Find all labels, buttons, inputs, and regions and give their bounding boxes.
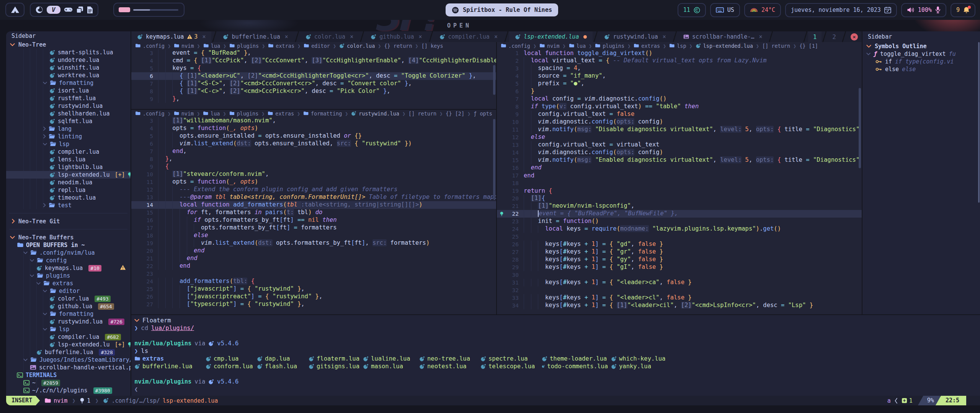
tree-item[interactable]: compiler.lua#682 bbox=[6, 333, 131, 341]
weather-widget[interactable]: 24°C bbox=[744, 3, 781, 17]
windows-icon[interactable] bbox=[76, 6, 83, 13]
tree-item[interactable]: lsp bbox=[6, 140, 131, 148]
tree-item[interactable]: .config/nvim/lua bbox=[6, 249, 131, 257]
tab-compiler-lua[interactable]: compiler.lua× bbox=[434, 31, 503, 42]
editor-pane-color-lua[interactable]: .config❯nvim❯lua❯plugins❯extras❯editor❯c… bbox=[131, 42, 496, 110]
tree-item[interactable]: timeout.lua bbox=[6, 194, 131, 202]
gamepad-icon[interactable] bbox=[64, 7, 73, 13]
outline-item[interactable]: elseelse bbox=[862, 65, 980, 73]
tree-item[interactable]: bufferline.lua#328 bbox=[6, 348, 131, 356]
tree-item[interactable]: rustywind.lua bbox=[6, 102, 131, 110]
document-icon[interactable] bbox=[87, 6, 93, 14]
tree-item[interactable]: lsp-extended.lu[+] bbox=[6, 171, 131, 179]
tab-close-button[interactable]: × bbox=[350, 33, 353, 40]
scrollbar[interactable] bbox=[493, 65, 495, 95]
tab-scrollbar-handle-[interactable]: scrollbar-handle-…× bbox=[678, 31, 768, 42]
editor-pane-lsp-extended-lua[interactable]: .config❯nvim❯lua❯plugins❯extras❯lsp❯lsp-… bbox=[497, 42, 862, 314]
neovim-app-button[interactable]: V bbox=[47, 6, 60, 14]
tree-item[interactable]: undotree.lua bbox=[6, 56, 131, 64]
tab-close-button[interactable]: × bbox=[202, 33, 206, 40]
scrollbar[interactable] bbox=[493, 119, 495, 199]
tab-close-button[interactable]: × bbox=[494, 33, 498, 40]
tree-item[interactable]: lang bbox=[6, 125, 131, 133]
tab-color-lua[interactable]: color.lua× bbox=[300, 31, 359, 42]
floaterm-header: Floaterm bbox=[142, 317, 171, 324]
code-line: 31keys[#keys + 1] = { "<leader>ca", fals… bbox=[497, 279, 862, 286]
tree-item[interactable]: lightbulb.lua bbox=[6, 163, 131, 171]
audio-widget[interactable]: 100% bbox=[901, 3, 946, 17]
tab-close-button[interactable]: × bbox=[419, 33, 422, 40]
scrollbar[interactable] bbox=[859, 88, 861, 168]
outline-symbol: else bbox=[885, 66, 899, 73]
neotree-git-header[interactable]: Neo-Tree Git bbox=[6, 217, 131, 225]
tree-item-label: rustywind.lua bbox=[58, 318, 103, 325]
tab-rustywind-lua[interactable]: rustywind.lua× bbox=[598, 31, 671, 42]
tree-item[interactable]: ~/.c/n/l/plugins#3980 bbox=[6, 387, 131, 394]
tree-item[interactable]: ~#2859 bbox=[6, 379, 131, 387]
code-line: 15for ft, formatters in pairs(t: tbl) do bbox=[131, 209, 496, 216]
tree-item[interactable]: shellharden.lua bbox=[6, 110, 131, 117]
tree-item[interactable]: github.lua#654 bbox=[6, 302, 131, 310]
tree-item[interactable]: lsp bbox=[6, 325, 131, 333]
tree-item[interactable]: extras bbox=[6, 280, 131, 287]
tree-item[interactable]: test bbox=[6, 202, 131, 209]
tree-item[interactable]: rustywind.lua#726 bbox=[6, 318, 131, 325]
outline-item[interactable]: ƒtoggle_diag_virtextfu bbox=[862, 50, 980, 58]
tree-item[interactable]: compiler.lua bbox=[6, 148, 131, 156]
tree-item[interactable]: Juegos/Indies/SteamLibrary/st bbox=[6, 356, 131, 364]
tree-item[interactable]: OPEN BUFFERS in ~ bbox=[6, 241, 131, 249]
lua-file-icon bbox=[419, 364, 425, 369]
ls-file: telescope.lua bbox=[480, 363, 539, 370]
tab-lsp-extended-lua[interactable]: lsp-extended.lua bbox=[509, 31, 593, 42]
symbols-outline-header[interactable]: Symbols Outline bbox=[862, 42, 980, 50]
tab-close-button[interactable]: × bbox=[663, 33, 666, 40]
slider-knob[interactable] bbox=[119, 7, 130, 12]
tabpage-2[interactable]: 2 bbox=[827, 31, 841, 42]
slider-track[interactable] bbox=[133, 9, 178, 11]
sidebar-divider bbox=[9, 213, 127, 213]
tree-item[interactable]: linting bbox=[6, 133, 131, 140]
tree-item[interactable]: formatting bbox=[6, 310, 131, 318]
tree-item[interactable]: formatting bbox=[6, 79, 131, 87]
floaterm-panel[interactable]: Floaterm ❯ cd lua/plugins/ nvim/lua/plug… bbox=[131, 314, 980, 396]
tree-item[interactable]: keymaps.lua#10 bbox=[6, 264, 131, 272]
launcher-button[interactable] bbox=[5, 3, 24, 17]
tree-item[interactable]: smart-splits.lua bbox=[6, 49, 131, 56]
tab-github-lua[interactable]: github.lua× bbox=[365, 31, 428, 42]
tree-item[interactable]: plugins bbox=[6, 272, 131, 280]
tabpage-1[interactable]: 1 bbox=[808, 31, 822, 42]
media-slider[interactable] bbox=[113, 3, 185, 17]
clock-widget[interactable]: jueves, noviembre 16, 2023 bbox=[785, 3, 897, 17]
tree-item[interactable]: lens.lua bbox=[6, 156, 131, 163]
symbols-outline-panel[interactable]: Sidebar Symbols Outline ƒtoggle_diag_vir… bbox=[862, 31, 980, 314]
outline-item[interactable]: ifif type(config.vi bbox=[862, 58, 980, 65]
now-playing-widget[interactable]: Spiritbox - Rule Of Nines bbox=[446, 3, 558, 16]
tree-item[interactable]: neodim.lua bbox=[6, 179, 131, 186]
keyboard-layout-widget[interactable]: US bbox=[710, 3, 740, 17]
tab-keymaps-lua[interactable]: keymaps.lua3× bbox=[131, 31, 211, 42]
firefox-icon[interactable] bbox=[35, 6, 43, 14]
neotree-section-header[interactable]: Neo-Tree bbox=[6, 41, 131, 49]
tree-item[interactable]: winshift.lua bbox=[6, 64, 131, 72]
tab-close-button[interactable]: × bbox=[285, 33, 288, 40]
tree-item[interactable]: worktree.lua bbox=[6, 72, 131, 79]
tree-item[interactable]: lsp-extended.lu[+] bbox=[6, 341, 131, 348]
notifications-widget[interactable]: 9 bbox=[951, 3, 975, 17]
outline-scrollbar[interactable] bbox=[978, 42, 980, 203]
close-all-button[interactable]: × bbox=[851, 33, 858, 41]
tree-item[interactable]: config bbox=[6, 257, 131, 264]
tree-item[interactable]: isort.lua bbox=[6, 87, 131, 94]
tree-item[interactable]: repl.lua bbox=[6, 186, 131, 194]
neo-tree-sidebar[interactable]: Sidebar Neo-Tree smart-splits.luaundotre… bbox=[6, 31, 131, 396]
tree-item[interactable]: TERMINALS bbox=[6, 371, 131, 379]
neotree-buffers-header[interactable]: Neo-Tree Buffers bbox=[6, 233, 131, 241]
tree-item[interactable]: color.lua#493 bbox=[6, 295, 131, 302]
tree-item[interactable]: scrollbar-handle-vertical.p bbox=[6, 364, 131, 371]
tree-item[interactable]: editor bbox=[6, 287, 131, 295]
editor-pane-rustywind-lua[interactable]: .config❯nvim❯lua❯plugins❯extras❯formatti… bbox=[131, 110, 496, 314]
tab-close-button[interactable]: × bbox=[759, 33, 762, 40]
tab-bufferline-lua[interactable]: bufferline.lua× bbox=[217, 31, 294, 42]
tree-item[interactable]: sqlfmt.lua bbox=[6, 117, 131, 125]
updates-widget[interactable]: 11 bbox=[678, 3, 706, 17]
tree-item[interactable]: rustfmt.lua bbox=[6, 94, 131, 102]
